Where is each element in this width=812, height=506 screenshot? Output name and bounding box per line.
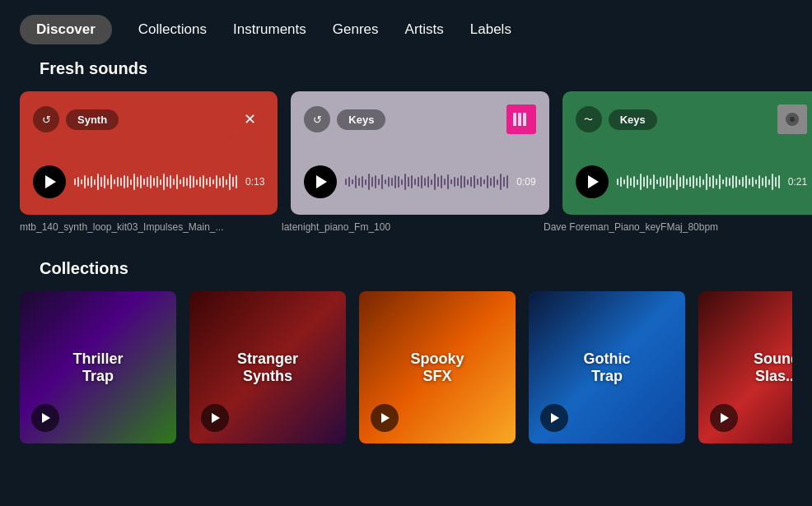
svg-point-8 xyxy=(790,117,795,122)
collection-gothic-label: GothicTrap xyxy=(537,350,678,385)
collections-title: Collections xyxy=(20,259,792,278)
collection-thriller-play[interactable] xyxy=(31,404,59,432)
main-nav: Discover Collections Instruments Genres … xyxy=(0,0,812,59)
card-3-tag: Keys xyxy=(609,109,657,130)
collections-section: Collections ThrillerTrap StrangerSynths … xyxy=(0,259,812,443)
svg-rect-5 xyxy=(523,113,526,126)
nav-labels[interactable]: Labels xyxy=(470,21,511,38)
card-3-play-button[interactable] xyxy=(576,165,609,198)
card-3-tags: 〜 Keys xyxy=(576,106,657,132)
sound-card-1: ↺ Synth ✕ 0:13 xyxy=(20,91,278,215)
stranger-play-icon xyxy=(212,413,220,423)
card-3-waveform xyxy=(617,165,780,198)
card-1-refresh-icon[interactable]: ↺ xyxy=(33,106,59,132)
gothic-play-icon xyxy=(551,413,559,423)
card-2-waveform-area: 0:09 xyxy=(304,159,535,202)
card-3-top: 〜 Keys xyxy=(576,104,807,134)
collection-spooky-label: SpookySFX xyxy=(367,350,508,385)
nav-discover[interactable]: Discover xyxy=(20,15,112,44)
card-2-refresh-icon[interactable]: ↺ xyxy=(304,106,330,132)
card-2-time: 0:09 xyxy=(516,176,535,188)
sound-cards-container: ↺ Synth ✕ 0:13 xyxy=(20,91,792,215)
card-1-thumb: ✕ xyxy=(235,104,264,134)
card-1-waveform xyxy=(74,165,237,198)
card-2-play-button[interactable] xyxy=(304,165,337,198)
svg-rect-3 xyxy=(513,113,516,126)
card-1-play-icon xyxy=(45,175,56,188)
spooky-play-icon xyxy=(381,413,390,423)
sound-card-2: ↺ Keys 0:09 xyxy=(291,91,548,215)
nav-instruments[interactable]: Instruments xyxy=(233,21,306,38)
card-3-waveform-area: 0:21 xyxy=(576,159,807,202)
card-3-play-icon xyxy=(588,175,599,188)
card-2-tag: Keys xyxy=(337,109,385,130)
nav-genres[interactable]: Genres xyxy=(333,21,379,38)
collection-thriller-label: ThrillerTrap xyxy=(28,350,169,385)
collection-cards-container: ThrillerTrap StrangerSynths SpookySFX Go… xyxy=(20,291,792,443)
card-1-tag: Synth xyxy=(66,109,119,130)
filenames-row: mtb_140_synth_loop_kit03_Impulses_Main_.… xyxy=(20,221,792,233)
collection-stranger-synths[interactable]: StrangerSynths xyxy=(189,291,346,443)
filename-3: Dave Foreman_Piano_keyFMaj_80bpm xyxy=(544,221,792,233)
card-1-top: ↺ Synth ✕ xyxy=(33,104,264,134)
filename-1: mtb_140_synth_loop_kit03_Impulses_Main_.… xyxy=(20,221,268,233)
collection-sound-slash[interactable]: SoundSlas... xyxy=(698,291,792,443)
collection-spooky-play[interactable] xyxy=(371,404,399,432)
card-2-waveform xyxy=(345,165,508,198)
card-3-waveform-icon[interactable]: 〜 xyxy=(576,106,602,132)
nav-artists[interactable]: Artists xyxy=(405,21,444,38)
collection-gothic-trap[interactable]: GothicTrap xyxy=(529,291,685,443)
card-2-top: ↺ Keys xyxy=(304,104,535,134)
card-3-thumb xyxy=(777,104,807,134)
svg-rect-4 xyxy=(518,113,521,126)
card-2-tags: ↺ Keys xyxy=(304,106,385,132)
fresh-sounds-section: Fresh sounds ↺ Synth ✕ xyxy=(0,59,812,233)
collection-gothic-play[interactable] xyxy=(540,404,568,432)
card-1-tags: ↺ Synth xyxy=(33,106,119,132)
card-1-waveform-area: 0:13 xyxy=(33,159,264,202)
sound-play-icon xyxy=(721,413,729,423)
card-2-thumb xyxy=(506,104,536,134)
card-1-play-button[interactable] xyxy=(33,165,66,198)
card-1-time: 0:13 xyxy=(245,176,264,188)
thriller-play-icon xyxy=(42,413,50,423)
nav-collections[interactable]: Collections xyxy=(138,21,207,38)
card-3-time: 0:21 xyxy=(788,176,807,188)
collection-spooky-sfx[interactable]: SpookySFX xyxy=(359,291,516,443)
collection-sound-label: SoundSlas... xyxy=(707,350,793,385)
collection-thriller-trap[interactable]: ThrillerTrap xyxy=(20,291,176,443)
filename-2: latenight_piano_Fm_100 xyxy=(282,221,530,233)
svg-text:✕: ✕ xyxy=(244,111,256,128)
sound-card-3: 〜 Keys 0:21 xyxy=(562,91,812,215)
card-2-play-icon xyxy=(316,175,327,188)
collection-stranger-label: StrangerSynths xyxy=(198,350,338,385)
collection-stranger-play[interactable] xyxy=(201,404,229,432)
fresh-sounds-title: Fresh sounds xyxy=(20,59,792,78)
collection-sound-play[interactable] xyxy=(710,404,738,432)
